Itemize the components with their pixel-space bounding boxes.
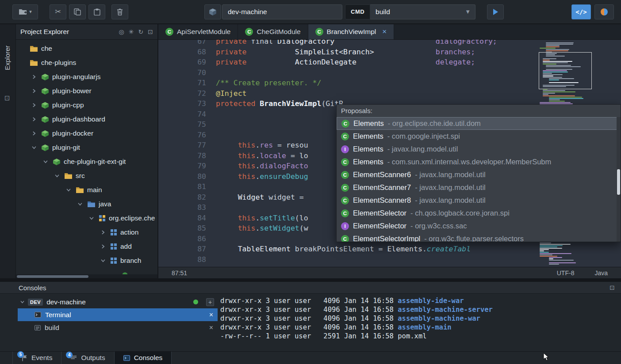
delete-button[interactable]	[111, 4, 128, 19]
encoding-label[interactable]: UTF-8	[557, 269, 575, 277]
tree-item-class-file[interactable]	[16, 268, 157, 274]
line-number[interactable]: 81	[158, 182, 216, 192]
machine-selector[interactable]: dev-machine	[222, 4, 342, 19]
machine-row[interactable]: DEV dev-machine +	[0, 296, 218, 308]
line-number[interactable]: 85	[158, 223, 216, 234]
code-editor[interactable]: 67private final DialogFactory dialogFact…	[158, 40, 621, 267]
chevron-down-icon[interactable]	[32, 145, 42, 150]
collapse-all-icon[interactable]: ✳	[129, 28, 134, 35]
line-number[interactable]: 71	[158, 78, 216, 88]
tree-item-main[interactable]: main	[16, 183, 157, 197]
proposal-item[interactable]: CElements - com.google.inject.spi	[337, 130, 621, 143]
link-with-editor-icon[interactable]: ◎	[119, 28, 124, 35]
code-view-button[interactable]: </>	[571, 4, 591, 19]
close-tab-icon[interactable]: ×	[382, 27, 387, 36]
command-selector[interactable]: build ▼	[370, 4, 475, 19]
editor-tab-BranchViewImpl[interactable]: CBranchViewImpl×	[308, 24, 395, 39]
tree-item-src[interactable]: src	[16, 169, 157, 183]
tree-item-plugin-git[interactable]: plugin-git	[16, 140, 157, 155]
tree-item-org.eclipse.che[interactable]: org.eclipse.che	[16, 211, 157, 225]
cut-button[interactable]: ✂	[50, 4, 66, 19]
hscrollbar-thumb[interactable]	[17, 275, 88, 278]
close-process-icon[interactable]: ×	[209, 324, 213, 332]
tree-item-che[interactable]: che	[16, 42, 157, 56]
line-number[interactable]: 75	[158, 119, 216, 130]
tree-item-java[interactable]: java	[16, 197, 157, 211]
chevron-down-icon[interactable]	[66, 188, 76, 192]
proposal-item[interactable]: CElementScanner6 - javax.lang.model.util	[337, 168, 621, 181]
line-number[interactable]: 78	[158, 151, 216, 161]
tree-item-add[interactable]: add	[16, 239, 157, 254]
line-number[interactable]: 68	[158, 47, 216, 57]
line-number[interactable]: 73	[158, 99, 216, 109]
proposal-item[interactable]: CElements - com.sun.xml.internal.ws.deve…	[337, 155, 621, 168]
proposal-item[interactable]: CElementScanner7 - javax.lang.model.util	[337, 181, 621, 194]
line-number[interactable]: 79	[158, 161, 216, 171]
minimap-viewport[interactable]	[539, 52, 592, 89]
run-command-button[interactable]	[487, 4, 504, 19]
editor-tab-ApiServletModule[interactable]: CApiServletModule	[158, 24, 238, 39]
proposal-item[interactable]: IElements - javax.lang.model.util	[337, 143, 621, 155]
proposals-scrollbar-thumb[interactable]	[617, 169, 620, 195]
proposal-item[interactable]: CElementScanner8 - javax.lang.model.util	[337, 194, 621, 207]
process-build[interactable]: build×	[18, 321, 218, 334]
explorer-hscrollbar[interactable]	[16, 274, 157, 278]
status-button[interactable]	[594, 4, 614, 19]
tree-item-action[interactable]: action	[16, 225, 157, 239]
refresh-icon[interactable]: ↻	[138, 28, 144, 35]
chevron-down-icon[interactable]	[20, 300, 24, 304]
editor-tab-CheGitModule[interactable]: CCheGitModule	[238, 24, 308, 39]
copy-button[interactable]	[69, 4, 86, 19]
paste-button[interactable]	[88, 4, 105, 19]
line-number[interactable]: 69	[158, 57, 216, 68]
chevron-right-icon[interactable]	[101, 230, 111, 235]
line-number[interactable]: 74	[158, 109, 216, 120]
terminal-output[interactable]: drwxr-xr-x 3 user user 4096 Jan 14 16:58…	[218, 294, 621, 351]
machine-icon-button[interactable]	[204, 4, 221, 19]
chevron-right-icon[interactable]	[32, 131, 42, 136]
tree-item-plugin-dashboard[interactable]: plugin-dashboard	[16, 112, 157, 126]
line-number[interactable]: 84	[158, 213, 216, 224]
proposal-item[interactable]: CElements - org.eclipse.che.ide.util.dom	[337, 117, 621, 130]
chevron-down-icon[interactable]	[89, 216, 99, 220]
chevron-down-icon[interactable]	[55, 174, 65, 178]
line-number[interactable]: 72	[158, 88, 216, 99]
tree-item-che-plugins[interactable]: che-plugins	[16, 56, 157, 70]
project-menu-button[interactable]: ▾	[12, 4, 38, 19]
chevron-right-icon[interactable]	[32, 75, 42, 79]
line-number[interactable]: 76	[158, 130, 216, 140]
tree-item-che-plugin-git-ext-git[interactable]: che-plugin-git-ext-git	[16, 155, 157, 169]
proposals-scrollbar[interactable]	[617, 117, 621, 242]
line-number[interactable]: 87	[158, 244, 216, 254]
minimize-consoles-icon[interactable]: ⊡	[610, 284, 615, 291]
line-number[interactable]: 86	[158, 234, 216, 244]
proposal-item[interactable]: CElementSelector - ch.qos.logback.core.j…	[337, 207, 621, 220]
line-number[interactable]: 67	[158, 40, 216, 47]
panel-splitter[interactable]	[0, 278, 621, 282]
minimize-panel-icon[interactable]: ⊡	[148, 28, 153, 35]
line-number[interactable]: 70	[158, 68, 216, 78]
close-process-icon[interactable]: ×	[209, 311, 213, 319]
process-terminal[interactable]: Terminal×	[18, 308, 218, 321]
proposal-item[interactable]: IElementSelector - org.w3c.css.sac	[337, 220, 621, 232]
tree-item-plugin-bower[interactable]: plugin-bower	[16, 84, 157, 98]
add-terminal-button[interactable]: +	[206, 298, 214, 306]
line-number[interactable]: 80	[158, 171, 216, 182]
chevron-right-icon[interactable]	[32, 89, 42, 93]
tree-item-plugin-angularjs[interactable]: plugin-angularjs	[16, 70, 157, 84]
language-label[interactable]: Java	[594, 269, 608, 277]
chevron-right-icon[interactable]	[32, 103, 42, 107]
chevron-right-icon[interactable]	[101, 244, 111, 249]
line-number[interactable]: 77	[158, 140, 216, 151]
tree-item-branch[interactable]: branch	[16, 254, 157, 268]
line-number[interactable]: 83	[158, 202, 216, 213]
line-number[interactable]: 82	[158, 192, 216, 203]
dock-panel-icon[interactable]: ⊡	[4, 94, 10, 102]
tree-item-plugin-cpp[interactable]: plugin-cpp	[16, 98, 157, 112]
chevron-down-icon[interactable]	[78, 202, 88, 206]
chevron-down-icon[interactable]	[101, 258, 111, 263]
explorer-strip-tab[interactable]: Explorer	[4, 46, 11, 70]
chevron-down-icon[interactable]	[43, 159, 53, 164]
bottom-tab-consoles[interactable]: Consoles	[115, 352, 172, 364]
line-number[interactable]: 88	[158, 254, 216, 265]
